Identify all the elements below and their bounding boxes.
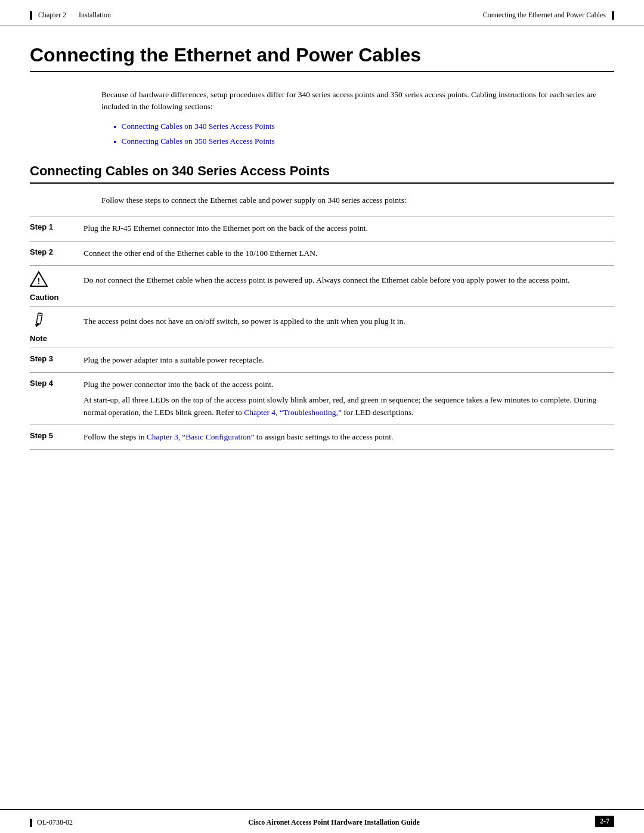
link-350[interactable]: Connecting Cables on 350 Series Access P… xyxy=(122,137,275,146)
step-2-label: Step 2 xyxy=(30,241,83,265)
footer-left: OL-0738-02 xyxy=(30,818,73,827)
caution-content: Do not connect the Ethernet cable when t… xyxy=(83,265,614,306)
step-5-content: Follow the steps in Chapter 3, “Basic Co… xyxy=(83,425,614,449)
caution-text-after: connect the Ethernet cable when the acce… xyxy=(106,275,569,284)
footer-right: 2-7 xyxy=(595,816,614,827)
list-item: • Connecting Cables on 340 Series Access… xyxy=(113,122,614,134)
steps-table: Step 1 Plug the RJ-45 Ethernet connector… xyxy=(30,216,614,450)
caution-label: Caution xyxy=(30,293,58,302)
footer-center: Cisco Aironet Access Point Hardware Inst… xyxy=(248,818,420,827)
bullet-list: • Connecting Cables on 340 Series Access… xyxy=(113,122,614,150)
footer-doc-number: OL-0738-02 xyxy=(37,818,73,827)
header-left-bar xyxy=(30,11,32,20)
header-left: Chapter 2 Installation xyxy=(30,11,111,20)
svg-rect-2 xyxy=(36,313,42,324)
note-icon-cell: Note xyxy=(30,306,83,348)
list-item: • Connecting Cables on 350 Series Access… xyxy=(113,137,614,149)
step-4-label: Step 4 xyxy=(30,373,83,425)
header-right-text: Connecting the Ethernet and Power Cables xyxy=(483,11,606,20)
step-2-content: Connect the other end of the Ethernet ca… xyxy=(83,241,614,265)
main-title: Connecting the Ethernet and Power Cables xyxy=(30,44,614,72)
chapter3-link[interactable]: Chapter 3, “Basic Configuration” xyxy=(147,432,255,441)
note-pencil-icon xyxy=(30,312,48,330)
caution-text-before: Do xyxy=(83,275,95,284)
step-4-extra-after: for LED descriptions. xyxy=(342,408,414,417)
bullet-dot-1: • xyxy=(113,122,117,134)
link-340[interactable]: Connecting Cables on 340 Series Access P… xyxy=(122,122,275,131)
page-footer: OL-0738-02 Cisco Aironet Access Point Ha… xyxy=(0,809,644,833)
step-3-content: Plug the power adapter into a suitable p… xyxy=(83,348,614,372)
note-icon-wrapper: Note xyxy=(30,312,83,343)
svg-text:!: ! xyxy=(38,276,41,286)
follow-text: Follow these steps to connect the Ethern… xyxy=(101,194,614,206)
section-340-heading: Connecting Cables on 340 Series Access P… xyxy=(30,163,614,184)
chapter4-link[interactable]: Chapter 4, “Troubleshooting,” xyxy=(244,408,342,417)
caution-icon-cell: ! Caution xyxy=(30,265,83,306)
caution-icon-wrapper: ! Caution xyxy=(30,271,83,302)
table-row: Step 2 Connect the other end of the Ethe… xyxy=(30,241,614,265)
table-row: Step 3 Plug the power adapter into a sui… xyxy=(30,348,614,372)
step-5-text-after: to assign basic settings to the access p… xyxy=(254,432,393,441)
caution-italic: not xyxy=(95,275,106,284)
step-1-label: Step 1 xyxy=(30,216,83,241)
note-label: Note xyxy=(30,334,47,343)
bullet-dot-2: • xyxy=(113,137,117,149)
header-chapter-label: Chapter 2 xyxy=(38,11,66,20)
header-right-bar xyxy=(612,11,614,20)
page-header: Chapter 2 Installation Connecting the Et… xyxy=(0,0,644,26)
header-right: Connecting the Ethernet and Power Cables xyxy=(483,11,614,20)
page-content: Connecting the Ethernet and Power Cables… xyxy=(0,26,644,497)
footer-left-bar xyxy=(30,819,32,827)
note-row: Note The access point does not have an o… xyxy=(30,306,614,348)
step-1-content: Plug the RJ-45 Ethernet connector into t… xyxy=(83,216,614,241)
footer-title: Cisco Aironet Access Point Hardware Inst… xyxy=(248,818,420,826)
table-row: Step 5 Follow the steps in Chapter 3, “B… xyxy=(30,425,614,449)
step-5-text-before: Follow the steps in xyxy=(83,432,147,441)
caution-triangle-icon: ! xyxy=(30,271,48,289)
step-4-content: Plug the power connector into the back o… xyxy=(83,373,614,425)
svg-line-4 xyxy=(38,315,42,315)
step-3-label: Step 3 xyxy=(30,348,83,372)
table-row: Step 1 Plug the RJ-45 Ethernet connector… xyxy=(30,216,614,241)
page-number-badge: 2-7 xyxy=(595,816,614,827)
caution-row: ! Caution Do not connect the Ethernet ca… xyxy=(30,265,614,306)
step-4-extra: At start-up, all three LEDs on the top o… xyxy=(83,394,614,419)
header-chapter-title: Installation xyxy=(79,11,111,20)
note-content: The access point does not have an on/off… xyxy=(83,306,614,348)
intro-text: Because of hardware differences, setup p… xyxy=(101,89,614,113)
table-row: Step 4 Plug the power connector into the… xyxy=(30,373,614,425)
step-5-label: Step 5 xyxy=(30,425,83,449)
